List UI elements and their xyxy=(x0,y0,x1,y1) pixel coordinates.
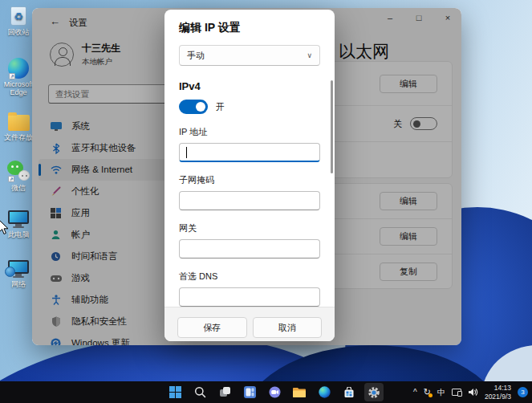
desktop-icon-label: 回收站 xyxy=(8,27,30,38)
shortcut-arrow-icon: ↗ xyxy=(9,73,15,79)
dialog-scrollbar[interactable] xyxy=(331,80,333,173)
store-button[interactable] xyxy=(339,383,359,401)
task-view-button[interactable] xyxy=(215,383,234,401)
clock-date: 2021/9/3 xyxy=(485,393,511,401)
folder-icon xyxy=(8,115,30,131)
edge-icon xyxy=(319,386,331,398)
ip-mode-select[interactable]: 手动 ∨ xyxy=(179,45,320,66)
network-icon xyxy=(8,260,29,278)
desktop-icon-edge[interactable]: ↗ Microsoft Edge xyxy=(2,58,35,96)
recycle-bin-icon: ♻ xyxy=(10,6,26,26)
ipv4-heading: IPv4 xyxy=(179,80,320,92)
desktop-icon-label: Microsoft Edge xyxy=(2,80,35,96)
taskbar: ^ ↻ 中 14:13 2021/9/3 3 xyxy=(0,381,532,403)
taskbar-clock[interactable]: 14:13 2021/9/3 xyxy=(485,384,511,401)
desktop-icon-folder[interactable]: 文件存放 xyxy=(2,111,35,143)
dialog-title: 编辑 IP 设置 xyxy=(179,21,320,35)
desktop-icon-label: 网络 xyxy=(11,279,26,290)
chat-icon xyxy=(269,386,281,398)
preferred-dns-label: 首选 DNS xyxy=(179,271,320,283)
mouse-cursor xyxy=(0,220,9,238)
preferred-dns-input[interactable] xyxy=(179,287,320,307)
clock-time: 14:13 xyxy=(485,384,511,393)
shortcut-arrow-icon: ↗ xyxy=(8,176,14,182)
windows-logo-icon xyxy=(169,386,181,398)
edit-ip-dialog: 编辑 IP 设置 手动 ∨ IPv4 开 IP 地址 子网掩码 网关 xyxy=(164,10,335,341)
ipv4-toggle-label: 开 xyxy=(216,101,225,113)
widgets-icon xyxy=(244,386,256,398)
desktop-icon-label: 此电脑 xyxy=(8,230,30,240)
tray-chevron-icon[interactable]: ^ xyxy=(413,388,417,397)
search-button[interactable] xyxy=(190,383,209,401)
file-explorer-button[interactable] xyxy=(290,383,309,401)
dialog-footer: 保存 取消 xyxy=(164,307,335,341)
cancel-button[interactable]: 取消 xyxy=(253,317,323,338)
widgets-button[interactable] xyxy=(240,383,259,401)
sync-status-icon[interactable]: ↻ xyxy=(424,387,431,397)
desktop-icon-network[interactable]: 网络 xyxy=(2,260,35,290)
gateway-input[interactable] xyxy=(179,239,320,258)
gateway-label: 网关 xyxy=(179,222,320,234)
ime-indicator[interactable]: 中 xyxy=(437,387,445,398)
store-icon xyxy=(343,387,355,398)
settings-button[interactable] xyxy=(364,383,384,401)
edge-button[interactable] xyxy=(315,383,334,401)
gear-icon xyxy=(368,386,380,399)
chat-button[interactable] xyxy=(265,383,284,401)
search-icon xyxy=(194,386,206,398)
start-button[interactable] xyxy=(165,383,185,401)
ip-address-label: IP 地址 xyxy=(179,126,320,138)
chevron-down-icon: ∨ xyxy=(307,51,312,59)
desktop-icon-recycle-bin[interactable]: ♻ 回收站 xyxy=(2,6,35,38)
desktop-icon-wechat[interactable]: ↗ 微信 xyxy=(2,161,35,193)
ip-mode-value: 手动 xyxy=(187,50,205,62)
task-view-icon xyxy=(219,386,231,398)
desktop-icon-label: 微信 xyxy=(11,183,26,193)
display-cast-icon[interactable] xyxy=(452,389,461,396)
this-pc-icon xyxy=(8,210,29,228)
volume-icon[interactable] xyxy=(468,385,478,400)
subnet-mask-label: 子网掩码 xyxy=(179,174,320,186)
notification-badge[interactable]: 3 xyxy=(518,387,528,397)
subnet-mask-input[interactable] xyxy=(179,191,320,210)
ipv4-toggle[interactable] xyxy=(179,100,208,114)
text-caret xyxy=(186,147,187,158)
desktop: ♻ 回收站 ↗ Microsoft Edge 文件存放 ↗ 微信 此电脑 网络 xyxy=(0,0,532,403)
ip-address-input[interactable] xyxy=(179,143,320,162)
desktop-icon-label: 文件存放 xyxy=(4,132,33,143)
file-explorer-icon xyxy=(293,387,306,397)
system-tray: ^ ↻ 中 14:13 2021/9/3 3 xyxy=(413,381,528,403)
save-button[interactable]: 保存 xyxy=(177,317,247,338)
